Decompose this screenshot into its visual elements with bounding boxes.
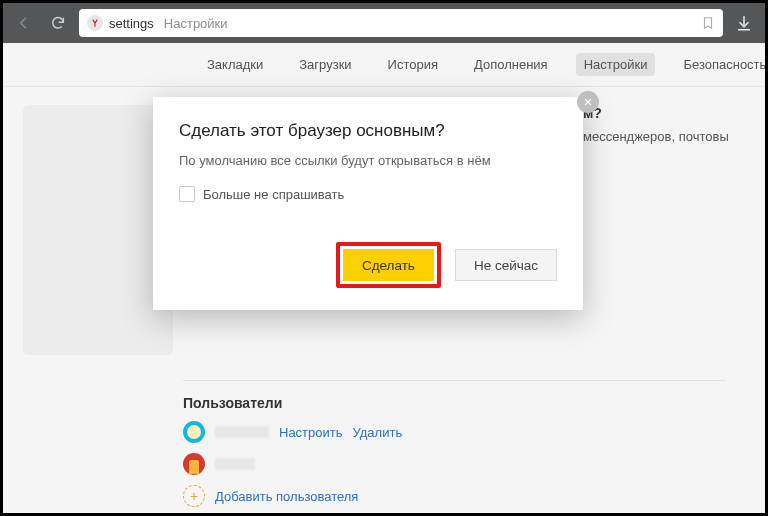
tab-bookmarks[interactable]: Закладки [199,53,271,76]
make-default-button[interactable]: Сделать [343,249,434,281]
tab-history[interactable]: История [380,53,446,76]
bookmark-icon[interactable] [701,16,715,30]
main-area: м? мессенджеров, почтовы Пользователи На… [3,87,765,513]
tab-downloads[interactable]: Загрузки [291,53,359,76]
not-now-button[interactable]: Не сейчас [455,249,557,281]
settings-tabs: Закладки Загрузки История Дополнения Нас… [3,43,765,87]
tab-addons[interactable]: Дополнения [466,53,556,76]
tab-security[interactable]: Безопасность [675,53,768,76]
downloads-button[interactable] [731,10,757,36]
tab-settings[interactable]: Настройки [576,53,656,76]
highlight-annotation: Сделать [336,242,441,288]
dont-ask-label: Больше не спрашивать [203,187,344,202]
reload-button[interactable] [45,10,71,36]
default-browser-dialog: Сделать этот браузер основным? По умолча… [153,97,583,310]
close-icon[interactable] [577,91,599,113]
url-segment-secondary: Настройки [164,16,228,31]
address-bar[interactable]: settings Настройки [79,9,723,37]
site-icon [87,15,103,31]
browser-toolbar: settings Настройки [3,3,765,43]
dialog-subtitle: По умолчанию все ссылки будут открыватьс… [179,153,557,168]
dont-ask-checkbox[interactable]: Больше не спрашивать [179,186,557,202]
checkbox-icon [179,186,195,202]
back-button[interactable] [11,10,37,36]
dialog-buttons: Сделать Не сейчас [179,242,557,288]
url-segment-primary: settings [109,16,154,31]
dialog-title: Сделать этот браузер основным? [179,121,557,141]
